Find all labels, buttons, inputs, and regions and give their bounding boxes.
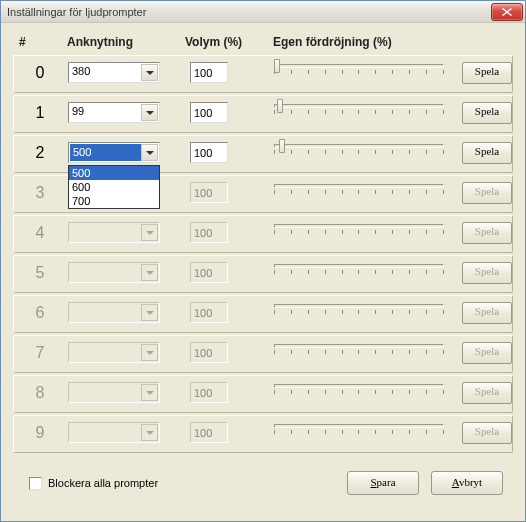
- play-button: Spela: [462, 422, 512, 444]
- dialog-window: Inställningar för ljudprompter # Anknytn…: [0, 0, 526, 522]
- slider-thumb[interactable]: [279, 139, 285, 153]
- extension-combo-value: 380: [69, 63, 141, 82]
- volume-input: [190, 422, 228, 443]
- combo-drop-button: [141, 224, 158, 241]
- row-index: 1: [20, 102, 60, 122]
- rows-container: 0380Spela199Spela2500Spela5006007003Spel…: [13, 55, 513, 453]
- extension-combo[interactable]: 380: [68, 62, 160, 83]
- volume-input: [190, 342, 228, 363]
- delay-slider: [274, 184, 444, 195]
- row-index: 8: [20, 382, 60, 402]
- extension-combo: [68, 382, 160, 403]
- extension-combo: [68, 222, 160, 243]
- delay-slider: [274, 224, 444, 235]
- delay-slider[interactable]: [274, 144, 444, 155]
- combo-drop-button: [141, 264, 158, 281]
- row-panel: 0380Spela: [13, 55, 513, 93]
- chevron-down-icon: [146, 231, 154, 235]
- titlebar: Inställningar för ljudprompter: [1, 1, 525, 23]
- play-button: Spela: [462, 302, 512, 324]
- volume-input: [190, 222, 228, 243]
- delay-slider: [274, 424, 444, 435]
- extension-combo-value: [69, 223, 141, 242]
- row-index: 3: [20, 182, 60, 202]
- extension-combo-value: 500: [70, 144, 141, 161]
- combo-drop-button: [141, 424, 158, 441]
- row-panel: 4Spela: [13, 215, 513, 253]
- column-headers: # Anknytning Volym (%) Egen fördröjning …: [13, 35, 513, 55]
- play-button[interactable]: Spela: [462, 102, 512, 124]
- delay-slider: [274, 384, 444, 395]
- header-delay: Egen fördröjning (%): [273, 35, 453, 49]
- chevron-down-icon: [146, 351, 154, 355]
- row-index: 0: [20, 62, 60, 82]
- row-panel: 5Spela: [13, 255, 513, 293]
- row-panel: 8Spela: [13, 375, 513, 413]
- delay-slider: [274, 344, 444, 355]
- close-button[interactable]: [491, 3, 523, 21]
- volume-input[interactable]: [190, 142, 228, 163]
- play-button: Spela: [462, 262, 512, 284]
- play-button: Spela: [462, 182, 512, 204]
- combo-drop-button: [141, 384, 158, 401]
- combo-drop-button[interactable]: [141, 104, 158, 121]
- extension-combo: [68, 422, 160, 443]
- delay-slider: [274, 304, 444, 315]
- play-button[interactable]: Spela: [462, 62, 512, 84]
- slider-thumb[interactable]: [274, 59, 280, 73]
- extension-combo-value: 99: [69, 103, 141, 122]
- extension-combo-value: [69, 343, 141, 362]
- combo-drop-button[interactable]: [141, 144, 158, 161]
- play-button: Spela: [462, 342, 512, 364]
- chevron-down-icon: [146, 391, 154, 395]
- window-title: Inställningar för ljudprompter: [7, 6, 491, 18]
- row-panel: 6Spela: [13, 295, 513, 333]
- slider-thumb[interactable]: [277, 99, 283, 113]
- row-index: 7: [20, 342, 60, 362]
- row-panel: 2500Spela500600700: [13, 135, 513, 173]
- block-all-checkbox[interactable]: [29, 477, 42, 490]
- extension-combo[interactable]: 99: [68, 102, 160, 123]
- play-button[interactable]: Spela: [462, 142, 512, 164]
- client-area: # Anknytning Volym (%) Egen fördröjning …: [1, 23, 525, 521]
- volume-input: [190, 302, 228, 323]
- combo-drop-button[interactable]: [141, 64, 158, 81]
- extension-combo: [68, 342, 160, 363]
- extension-combo[interactable]: 500: [68, 142, 160, 163]
- dropdown-option[interactable]: 600: [69, 180, 159, 194]
- row-index: 2: [20, 142, 60, 162]
- dropdown-option[interactable]: 500: [69, 166, 159, 180]
- close-icon: [502, 8, 512, 16]
- volume-input[interactable]: [190, 102, 228, 123]
- extension-combo-value: [69, 423, 141, 442]
- volume-input: [190, 182, 228, 203]
- footer: Blockera alla prompter Spara Avbryt: [13, 455, 513, 503]
- extension-combo: [68, 262, 160, 283]
- block-all-label: Blockera alla prompter: [48, 477, 158, 489]
- extension-combo-value: [69, 303, 141, 322]
- chevron-down-icon: [146, 431, 154, 435]
- chevron-down-icon: [146, 271, 154, 275]
- volume-input: [190, 262, 228, 283]
- extension-combo-value: [69, 263, 141, 282]
- extension-combo-value: [69, 383, 141, 402]
- delay-slider[interactable]: [274, 104, 444, 115]
- row-index: 5: [20, 262, 60, 282]
- chevron-down-icon: [146, 71, 154, 75]
- header-volume: Volym (%): [185, 35, 265, 49]
- volume-input[interactable]: [190, 62, 228, 83]
- play-button: Spela: [462, 222, 512, 244]
- volume-input: [190, 382, 228, 403]
- cancel-button[interactable]: Avbryt: [431, 471, 503, 495]
- row-panel: 7Spela: [13, 335, 513, 373]
- row-index: 6: [20, 302, 60, 322]
- extension-combo: [68, 302, 160, 323]
- row-panel: 199Spela: [13, 95, 513, 133]
- extension-dropdown-list[interactable]: 500600700: [68, 165, 160, 209]
- delay-slider[interactable]: [274, 64, 444, 75]
- dropdown-option[interactable]: 700: [69, 194, 159, 208]
- delay-slider: [274, 264, 444, 275]
- combo-drop-button: [141, 304, 158, 321]
- chevron-down-icon: [146, 311, 154, 315]
- save-button[interactable]: Spara: [347, 471, 419, 495]
